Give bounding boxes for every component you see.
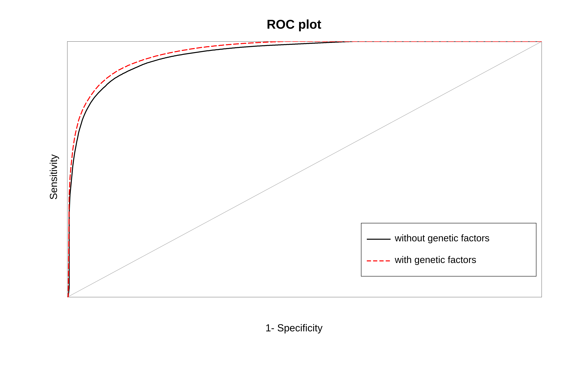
chart-title: ROC plot xyxy=(267,17,321,32)
roc-plot-svg: 0.0 0.2 0.4 0.6 0.8 1.0 0. xyxy=(67,41,542,297)
x-axis-label: 1- Specificity xyxy=(265,322,323,334)
chart-area: Sensitivity 1- Specificity 0.0 0.2 xyxy=(42,37,546,317)
y-axis-label: Sensitivity xyxy=(48,154,59,200)
plot-area: 0.0 0.2 0.4 0.6 0.8 1.0 0. xyxy=(67,41,542,297)
svg-text:with genetic factors: with genetic factors xyxy=(395,254,476,265)
chart-container: ROC plot Sensitivity 1- Specificity 0.0 xyxy=(14,9,574,358)
svg-text:without genetic factors: without genetic factors xyxy=(395,233,490,243)
svg-rect-27 xyxy=(361,223,536,276)
